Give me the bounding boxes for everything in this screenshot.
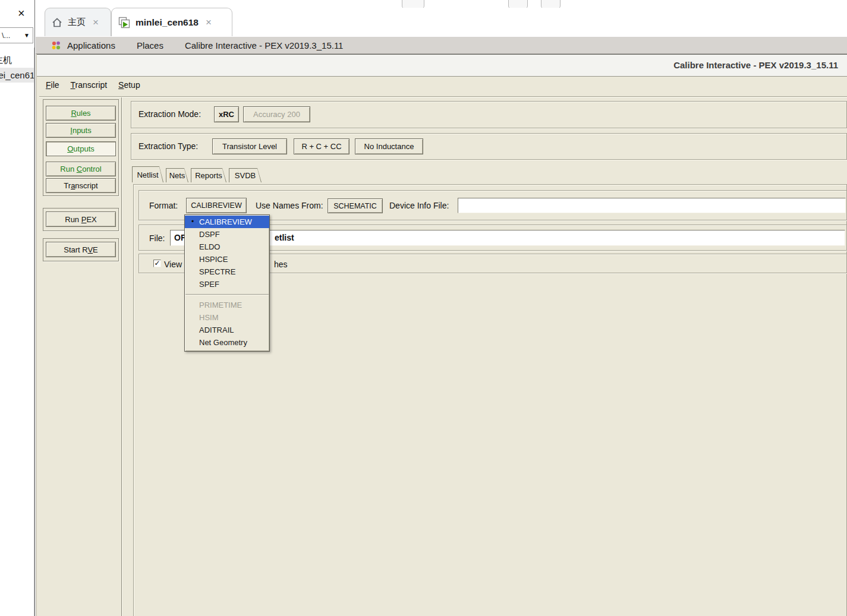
extraction-type-label: Extraction Type: (138, 141, 198, 151)
desktop-menubar: Applications Places Calibre Interactive … (36, 37, 847, 54)
run-pex-button[interactable]: Run PEX (46, 211, 116, 227)
extraction-mode-xrc-button[interactable]: xRC (214, 106, 239, 122)
use-names-dropdown-button[interactable]: SCHEMATIC (328, 198, 383, 213)
view-label-fragment-start: View (164, 260, 182, 269)
menu-item-net-geometry[interactable]: Net Geometry (185, 336, 269, 349)
list-item-session[interactable]: minlei_cen618 (0, 68, 34, 83)
menu-separator (185, 294, 269, 295)
menu-item-dspf[interactable]: DSPF (185, 228, 269, 241)
screen: 主页 × minlei_cen618 × Applica (0, 0, 847, 616)
tab-session-label: minlei_cen618 (136, 17, 199, 28)
menubar-separator (39, 96, 847, 97)
file-value-fragment-end: etlist (275, 233, 294, 242)
tab-session[interactable]: minlei_cen618 × (111, 8, 232, 36)
rcc-button[interactable]: R + C + CC (294, 138, 349, 154)
menu-item-hspice[interactable]: HSPICE (185, 253, 269, 266)
menu-places[interactable]: Places (137, 40, 163, 50)
device-info-label: Device Info File: (389, 201, 449, 210)
tab-nets[interactable]: Nets (166, 168, 188, 182)
menu-active-app[interactable]: Calibre Interactive - PEX v2019.3_15.11 (185, 40, 344, 50)
tab-session-close-icon[interactable]: × (206, 17, 212, 27)
tab-reports[interactable]: Reports (191, 168, 226, 182)
tab-home-label: 主页 (68, 17, 86, 28)
file-input[interactable]: OF etlist (170, 230, 845, 246)
host-list: 主机 minlei_cen618 (0, 48, 34, 616)
run-control-button[interactable]: Run Control (46, 162, 116, 176)
no-inductance-button[interactable]: No Inductance (355, 138, 423, 154)
accuracy-button: Accuracy 200 (243, 106, 310, 122)
host-filter-combobox[interactable]: \... ▼ (0, 27, 33, 43)
app-menubar: File Transcript Setup (46, 80, 149, 94)
combobox-value: \... (2, 31, 10, 40)
calibre-window: Calibre Interactive - PEX v2019.3_15.11 … (36, 54, 847, 616)
caret-down-icon: ▼ (24, 32, 30, 39)
menu-setup[interactable]: Setup (118, 80, 140, 90)
menu-item-spectre[interactable]: SPECTRE (185, 266, 269, 278)
format-dropdown-menu: • CALIBREVIEW DSPF ELDO HSPICE SPECTRE S… (184, 214, 270, 352)
menu-item-hsim: HSIM (185, 311, 269, 324)
selected-bullet-icon: • (191, 216, 194, 228)
tab-netlist[interactable]: Netlist (132, 166, 163, 182)
host-panel-strip: × \... ▼ 主机 minlei_cen618 (0, 0, 35, 616)
tab-home[interactable]: 主页 × (45, 8, 111, 36)
menu-item-calibreview[interactable]: • CALIBREVIEW (185, 216, 269, 228)
transcript-button[interactable]: Transcript (46, 178, 116, 193)
browser-tabbar: 主页 × minlei_cen618 × (36, 8, 847, 37)
menu-item-aditrail[interactable]: ADITRAIL (185, 324, 269, 336)
start-rve-button[interactable]: Start RVE (46, 242, 116, 257)
session-icon (118, 16, 131, 29)
applications-logo-icon (51, 40, 61, 50)
checkmark-icon: ✓ (154, 260, 160, 267)
menu-item-eldo[interactable]: ELDO (185, 241, 269, 253)
device-info-file-input[interactable] (458, 198, 846, 213)
menu-item-spef[interactable]: SPEF (185, 278, 269, 290)
panel-close-icon[interactable]: × (18, 7, 25, 19)
file-label: File: (149, 233, 165, 243)
inputs-button[interactable]: Inputs (46, 123, 116, 138)
menu-file[interactable]: File (46, 80, 59, 90)
sidebar-separator (121, 97, 122, 616)
tab-home-close-icon[interactable]: × (93, 17, 99, 27)
extraction-mode-label: Extraction Mode: (138, 109, 201, 119)
transistor-level-button[interactable]: Transistor Level (212, 138, 287, 154)
rules-button[interactable]: Rules (46, 106, 116, 121)
format-dropdown-button[interactable]: CALIBREVIEW (186, 198, 247, 213)
use-names-label: Use Names From: (256, 201, 323, 210)
window-titlebar: Calibre Interactive - PEX v2019.3_15.11 (37, 54, 847, 77)
format-label: Format: (149, 201, 178, 210)
menu-applications[interactable]: Applications (67, 40, 115, 50)
menu-transcript[interactable]: Transcript (70, 80, 107, 90)
view-netlist-checkbox[interactable]: ✓ (153, 260, 161, 267)
outputs-button[interactable]: Outputs (46, 141, 116, 156)
tab-svdb[interactable]: SVDB (229, 168, 262, 182)
list-item-host[interactable]: 主机 (0, 52, 34, 67)
view-label-fragment-end: hes (274, 260, 288, 269)
home-icon (51, 17, 63, 29)
menu-item-primetime: PRIMETIME (185, 299, 269, 311)
